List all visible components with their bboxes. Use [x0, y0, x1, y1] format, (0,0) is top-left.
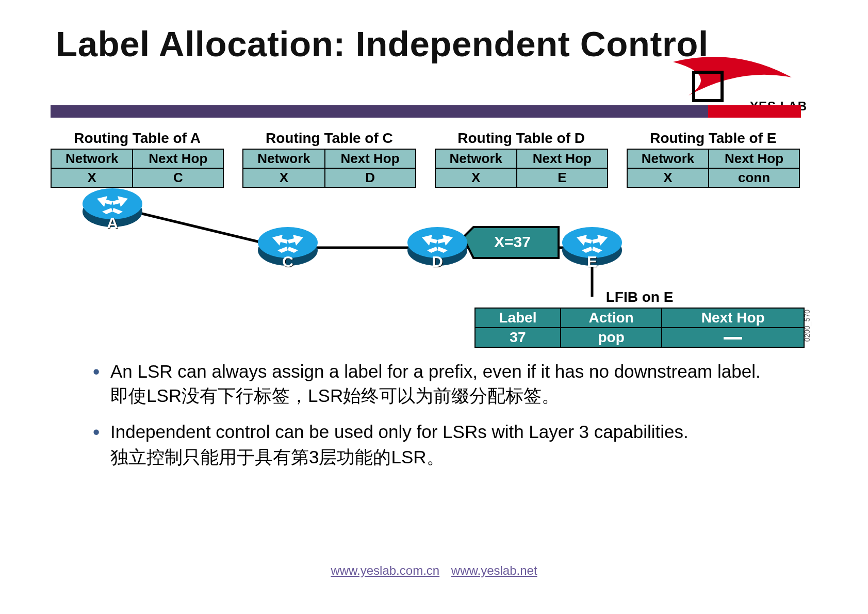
- routing-table-a: Routing Table of A NetworkNext Hop XC: [51, 130, 224, 188]
- yeslab-logo: YES LAB: [689, 46, 792, 114]
- col-header: Next Hop: [709, 149, 799, 168]
- col-header: Next Hop: [133, 149, 223, 168]
- label-arrow-text: X=37: [494, 233, 531, 251]
- col-header: Label: [475, 308, 561, 328]
- footer-links: www.yeslab.com.cn www.yeslab.net: [0, 563, 868, 578]
- checkmark-icon: [673, 46, 792, 103]
- routing-table-d: Routing Table of D NetworkNext Hop XE: [435, 130, 608, 188]
- svg-line-1: [123, 209, 272, 245]
- col-header: Action: [561, 308, 662, 328]
- bullet-item: Independent control can be used only for…: [93, 419, 775, 470]
- bullet-text-cn: 独立控制只能用于具有第3层功能的LSR。: [110, 445, 775, 469]
- lfib-table: LFIB on E Label Action Next Hop 37 pop: [474, 289, 805, 348]
- router-label: C: [282, 253, 293, 270]
- header-bar: [51, 105, 801, 118]
- table-caption: Routing Table of C: [242, 130, 416, 147]
- cell: [662, 328, 804, 347]
- slide: Label Allocation: Independent Control YE…: [0, 0, 868, 614]
- router-a: A: [81, 183, 143, 230]
- table-caption: Routing Table of D: [435, 130, 608, 147]
- table-caption: Routing Table of A: [51, 130, 224, 147]
- bullet-text-en: An LSR can always assign a label for a p…: [110, 361, 761, 381]
- slide-code: 0200_570: [803, 310, 811, 342]
- col-header: Network: [435, 149, 517, 168]
- cell: 37: [475, 328, 561, 347]
- router-label: D: [432, 253, 443, 270]
- router-e: E: [561, 222, 623, 268]
- dash-icon: [724, 337, 742, 340]
- bullet-text-cn: 即使LSR没有下行标签，LSR始终可以为前缀分配标签。: [110, 385, 560, 406]
- footer-link-1[interactable]: www.yeslab.com.cn: [331, 563, 439, 577]
- router-c: C: [257, 222, 319, 268]
- routing-table-c: Routing Table of C NetworkNext Hop XD: [242, 130, 416, 188]
- router-d: D: [406, 222, 468, 268]
- bullet-text-en: Independent control can be used only for…: [110, 422, 689, 442]
- routing-tables-row: Routing Table of A NetworkNext Hop XC Ro…: [51, 130, 800, 188]
- lfib-caption: LFIB on E: [474, 289, 805, 305]
- header-bar-accent: [708, 105, 801, 118]
- cell: pop: [561, 328, 662, 347]
- table-caption: Routing Table of E: [627, 130, 800, 147]
- bullet-list: An LSR can always assign a label for a p…: [72, 359, 775, 480]
- routing-table-e: Routing Table of E NetworkNext Hop Xconn: [627, 130, 800, 188]
- col-header: Next Hop: [325, 149, 416, 168]
- col-header: Network: [51, 149, 133, 168]
- col-header: Next Hop: [517, 149, 608, 168]
- bullet-item: An LSR can always assign a label for a p…: [93, 359, 775, 408]
- col-header: Next Hop: [662, 308, 804, 328]
- router-label: A: [107, 214, 118, 232]
- col-header: Network: [627, 149, 709, 168]
- col-header: Network: [243, 149, 324, 168]
- footer-link-2[interactable]: www.yeslab.net: [451, 563, 537, 577]
- router-label: E: [587, 253, 597, 270]
